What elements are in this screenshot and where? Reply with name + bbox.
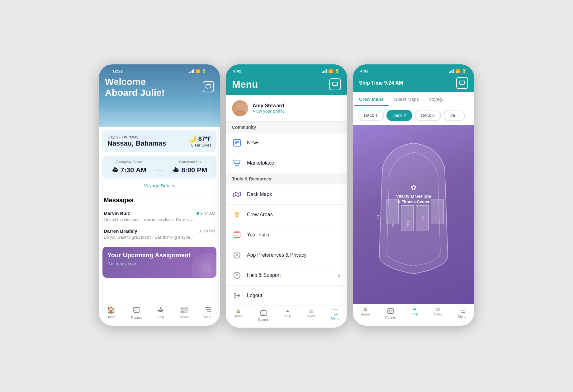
deck-btn-1[interactable]: Deck 1: [358, 110, 384, 121]
assignment-banner: Your Upcoming Assignment Get ready now: [102, 247, 216, 278]
phone-3: 4:43 📶 🔋 Ship Time 9:24 AM: [353, 64, 474, 326]
tabs-row: Crew Maps Guest Maps Voyag...: [353, 92, 474, 106]
crew-areas-label: Crew Areas: [247, 212, 341, 217]
folio-label: Your Folio: [247, 232, 341, 238]
svg-point-24: [236, 213, 238, 214]
gangway-up: Gangway Up ⛴ 8:00 PM: [173, 160, 207, 174]
messages-title: Messages: [104, 197, 215, 204]
svg-point-31: [236, 254, 238, 256]
svg-rect-12: [333, 82, 338, 86]
nav-events-3[interactable]: Events: [385, 307, 396, 320]
logout-icon: [232, 291, 242, 301]
events-icon-2: [260, 309, 267, 317]
message-item-0[interactable]: Marvin Ruiz 9:47 AM I found the steamer,…: [104, 208, 215, 225]
menu-item-help[interactable]: ? Help & Support ∨: [226, 265, 347, 286]
nav-label-menu-1: Menu: [204, 315, 212, 319]
chat-icon-1[interactable]: [203, 81, 214, 92]
phone-1: 12:22 📶 🔋 Welcome Aboard Julie!: [99, 64, 220, 326]
nav-menu-1[interactable]: Menu: [204, 306, 212, 320]
menu-icon-3: [459, 307, 466, 314]
voyage-link[interactable]: Voyage Details: [99, 179, 220, 193]
tab-voyage[interactable]: Voyag...: [424, 92, 451, 106]
svg-point-13: [233, 110, 247, 116]
preferences-icon: [232, 250, 242, 260]
deck-btn-2[interactable]: Deck 2: [386, 110, 413, 121]
port-card: Day 5 - Thursday Nassau, Bahamas 🌙 87*F …: [102, 130, 216, 152]
phone-2: 9:42 📶 🔋 Menu: [226, 64, 347, 328]
menu-item-news[interactable]: News: [226, 133, 347, 153]
nav-news-2[interactable]: 📰 News: [307, 309, 315, 321]
crew-areas-icon: [232, 210, 242, 220]
folio-icon: [232, 230, 242, 240]
svg-rect-0: [206, 85, 211, 88]
wifi-icon-3: 📶: [455, 69, 460, 73]
status-time-1: 12:22: [112, 69, 123, 73]
home-icon-1: 🏠: [107, 306, 115, 314]
profile-name: Amy Steward: [253, 103, 285, 109]
nav-events-2[interactable]: Events: [258, 309, 269, 321]
temperature: 87*F: [198, 135, 211, 142]
nav-label-ship-1: Ship: [157, 315, 164, 319]
profile-link[interactable]: View your profile: [253, 109, 285, 114]
svg-text:✿: ✿: [411, 184, 416, 191]
section-header-community: Community: [226, 122, 347, 133]
nav-menu-3[interactable]: Menu: [458, 307, 466, 320]
welcome-title: Welcome Aboard Julie!: [105, 77, 214, 98]
welcome-text: Welcome Aboard Julie!: [105, 77, 214, 98]
help-label: Help & Support: [247, 273, 332, 278]
svg-point-14: [236, 103, 244, 110]
news-icon-3: 📰: [436, 307, 440, 311]
nav-ship-2[interactable]: ⛴ Ship: [284, 309, 291, 321]
nav-home-2[interactable]: 🏠 Home: [234, 309, 243, 321]
svg-text:130: 130: [376, 215, 380, 220]
nav-label-news-3: News: [434, 312, 443, 316]
tab-guest-maps[interactable]: Guest Maps: [389, 92, 424, 106]
nav-home-3[interactable]: 🏠 Home: [361, 307, 370, 320]
nav-label-ship-3: Ship: [411, 312, 418, 316]
nav-label-news-1: News: [180, 315, 188, 319]
deck-btn-4[interactable]: De...: [443, 110, 465, 121]
events-icon-1: [133, 306, 140, 315]
messages-section: Messages Marvin Ruiz 9:47 AM I found the…: [99, 193, 220, 243]
status-right-1: 📶 🔋: [189, 69, 206, 73]
bottom-nav-3: 🏠 Home Events ⛴ Ship: [353, 304, 474, 326]
news-icon-2: 📰: [309, 309, 313, 313]
svg-rect-43: [263, 313, 264, 314]
menu-item-crew-areas[interactable]: Crew Areas: [226, 205, 347, 225]
gangway-down-time: ⛴ 7:30 AM: [112, 166, 147, 174]
menu-item-marketplace[interactable]: Marketplace: [226, 153, 347, 173]
signal-icon-1: [189, 69, 194, 73]
nav-menu-2[interactable]: Menu: [331, 309, 339, 321]
chat-icon-2[interactable]: [329, 78, 341, 90]
port-name: Nassau, Bahamas: [107, 139, 166, 147]
nav-ship-3[interactable]: ⛴ Ship: [411, 307, 418, 320]
chat-icon-3[interactable]: [456, 77, 468, 89]
nav-home-1[interactable]: 🏠 Home: [107, 306, 116, 320]
status-time-3: 4:43: [360, 69, 368, 73]
phone1-content: Day 5 - Thursday Nassau, Bahamas 🌙 87*F …: [99, 127, 220, 303]
menu-item-deck-maps[interactable]: Deck Maps: [226, 184, 347, 205]
ship-svg: 130 135 535 530 ✿ Vitality at Sea Spa & …: [364, 137, 463, 292]
message-item-1[interactable]: Darren Bradely 10:20 PM Do you want to g…: [104, 225, 215, 243]
avatar: [232, 100, 248, 116]
status-bar-1: 12:22 📶 🔋: [105, 64, 214, 75]
svg-rect-25: [234, 232, 240, 238]
svg-rect-48: [386, 199, 399, 224]
menu-item-folio[interactable]: Your Folio: [226, 225, 347, 245]
deck-maps-icon: [232, 189, 242, 199]
status-time-2: 9:42: [233, 69, 241, 73]
status-right-2: 📶 🔋: [322, 69, 340, 73]
nav-news-1[interactable]: 📰 News: [180, 306, 188, 320]
svg-text:?: ?: [236, 273, 239, 278]
svg-text:Vitality at Sea Spa: Vitality at Sea Spa: [396, 194, 431, 198]
deck-btn-3[interactable]: Deck 3: [415, 110, 441, 121]
home-icon-2: 🏠: [236, 309, 240, 313]
message-header-0: Marvin Ruiz 9:47 AM: [104, 211, 215, 216]
nav-news-3[interactable]: 📰 News: [434, 307, 443, 320]
nav-ship-1[interactable]: ⛴ Ship: [157, 306, 164, 320]
nav-events-1[interactable]: Events: [131, 306, 142, 320]
menu-item-preferences[interactable]: App Preferences & Privacy: [226, 245, 347, 265]
nav-label-ship-2: Ship: [284, 314, 291, 318]
menu-item-logout[interactable]: Logout: [226, 286, 347, 306]
tab-crew-maps[interactable]: Crew Maps: [354, 92, 389, 106]
